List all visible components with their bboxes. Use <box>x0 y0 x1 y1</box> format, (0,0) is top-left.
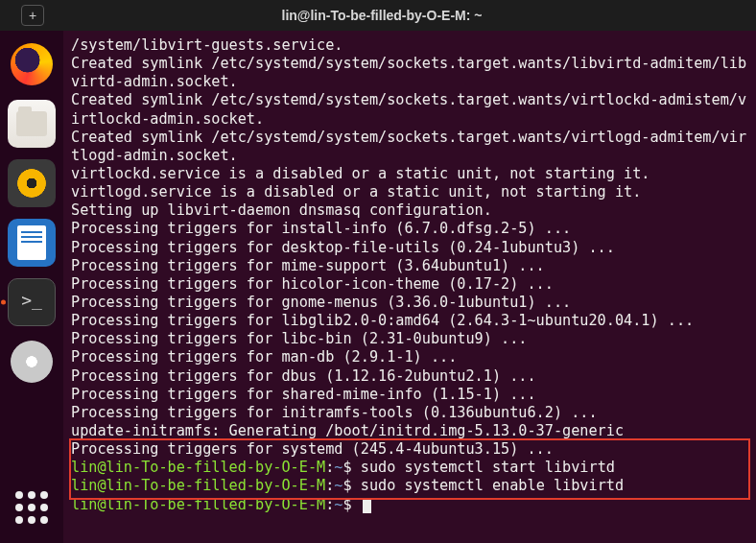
document-icon <box>17 225 46 260</box>
dock-disks[interactable] <box>8 338 56 386</box>
terminal-line: virtlockd.service is a disabled or a sta… <box>71 165 748 183</box>
terminal-line: virtlogd.service is a disabled or a stat… <box>71 183 748 201</box>
terminal-line: Processing triggers for shared-mime-info… <box>71 386 748 404</box>
terminal-line: Processing triggers for desktop-file-uti… <box>71 239 748 257</box>
terminal-line: Created symlink /etc/systemd/system/sock… <box>71 129 748 165</box>
terminal-line: Processing triggers for install-info (6.… <box>71 220 748 238</box>
terminal-line: update-initramfs: Generating /boot/initr… <box>71 422 748 440</box>
cursor <box>363 498 371 513</box>
terminal-prompt-line: lin@lin-To-be-filled-by-O-E-M:~$ sudo sy… <box>71 459 748 477</box>
terminal-line: Setting up libvirt-daemon dnsmasq config… <box>71 201 748 220</box>
terminal-prompt-line: lin@lin-To-be-filled-by-O-E-M:~$ <box>71 496 748 514</box>
dock: >_ <box>0 31 63 543</box>
apps-grid-icon <box>15 491 48 524</box>
terminal-icon: >_ <box>21 290 42 310</box>
terminal-line: Processing triggers for gnome-menus (3.3… <box>71 294 748 312</box>
dock-libreoffice-writer[interactable] <box>8 219 56 267</box>
titlebar: + lin@lin-To-be-filled-by-O-E-M: ~ <box>0 0 756 31</box>
terminal-line: Processing triggers for systemd (245.4-4… <box>71 440 748 459</box>
terminal-line: /system/libvirt-guests.service. <box>71 36 748 55</box>
terminal-line: Processing triggers for mime-support (3.… <box>71 257 748 275</box>
disk-icon <box>11 341 53 383</box>
terminal-output[interactable]: /system/libvirt-guests.service.Created s… <box>63 31 756 543</box>
terminal-prompt-line: lin@lin-To-be-filled-by-O-E-M:~$ sudo sy… <box>71 477 748 495</box>
dock-files[interactable] <box>8 100 56 148</box>
terminal-line: Processing triggers for libglib2.0-0:amd… <box>71 312 748 330</box>
terminal-line: Processing triggers for initramfs-tools … <box>71 404 748 422</box>
dock-terminal[interactable]: >_ <box>8 278 56 326</box>
window-title: lin@lin-To-be-filled-by-O-E-M: ~ <box>44 8 720 23</box>
firefox-icon <box>11 43 53 85</box>
terminal-line: Processing triggers for hicolor-icon-the… <box>71 275 748 294</box>
dock-firefox[interactable] <box>8 40 56 88</box>
dock-show-applications[interactable] <box>8 484 56 531</box>
folder-icon <box>16 111 47 136</box>
terminal-line: Created symlink /etc/systemd/system/sock… <box>71 91 748 128</box>
dock-rhythmbox[interactable] <box>8 159 56 207</box>
new-tab-button[interactable]: + <box>21 5 44 26</box>
plus-icon: + <box>29 8 36 23</box>
terminal-line: Processing triggers for dbus (1.12.16-2u… <box>71 367 748 386</box>
terminal-line: Processing triggers for man-db (2.9.1-1)… <box>71 348 748 366</box>
terminal-line: Created symlink /etc/systemd/system/sock… <box>71 55 748 91</box>
terminal-line: Processing triggers for libc-bin (2.31-0… <box>71 330 748 348</box>
speaker-icon <box>17 169 46 198</box>
